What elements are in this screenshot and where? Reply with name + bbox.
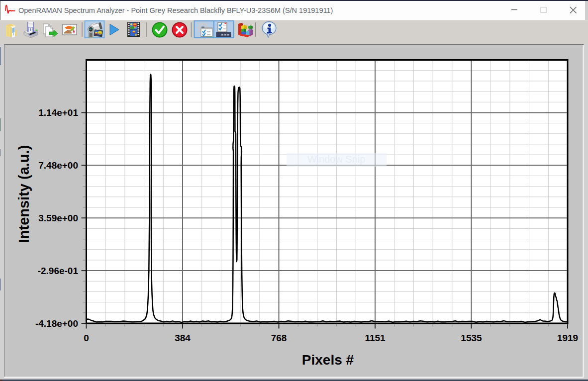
svg-text:Intensity (a.u.): Intensity (a.u.)	[16, 145, 32, 243]
svg-text:1.14e+01: 1.14e+01	[38, 107, 78, 118]
svg-text:1919: 1919	[557, 333, 578, 343]
svg-text:-2.96e-01: -2.96e-01	[38, 266, 79, 276]
svg-text:3.59e+00: 3.59e+00	[38, 213, 78, 223]
svg-text:Pixels #: Pixels #	[302, 352, 354, 368]
svg-text:0: 0	[84, 333, 89, 343]
svg-text:7.48e+00: 7.48e+00	[38, 160, 78, 171]
svg-text:Window Snip: Window Snip	[307, 154, 366, 165]
svg-text:-4.18e+00: -4.18e+00	[35, 318, 78, 329]
svg-text:1535: 1535	[461, 333, 482, 343]
svg-text:384: 384	[175, 333, 191, 343]
svg-text:1151: 1151	[365, 333, 386, 343]
svg-text:OpenRAMAN Spectrum Analyzer -: OpenRAMAN Spectrum Analyzer - Point Grey…	[18, 6, 333, 14]
svg-text:768: 768	[271, 333, 287, 343]
